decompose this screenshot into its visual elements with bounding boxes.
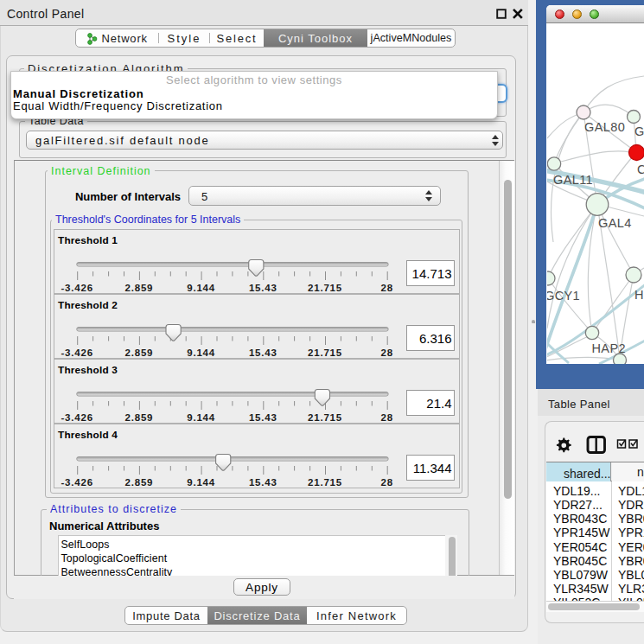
svg-text:C: C [637, 163, 644, 176]
svg-text:H: H [634, 288, 644, 302]
svg-text:HAP2: HAP2 [592, 341, 626, 355]
svg-text:GCY1: GCY1 [547, 289, 580, 303]
svg-text:GAL11: GAL11 [553, 173, 593, 187]
svg-text:GAL4: GAL4 [598, 216, 632, 230]
svg-text:GA: GA [634, 124, 644, 138]
svg-text:GAL80: GAL80 [584, 120, 625, 134]
